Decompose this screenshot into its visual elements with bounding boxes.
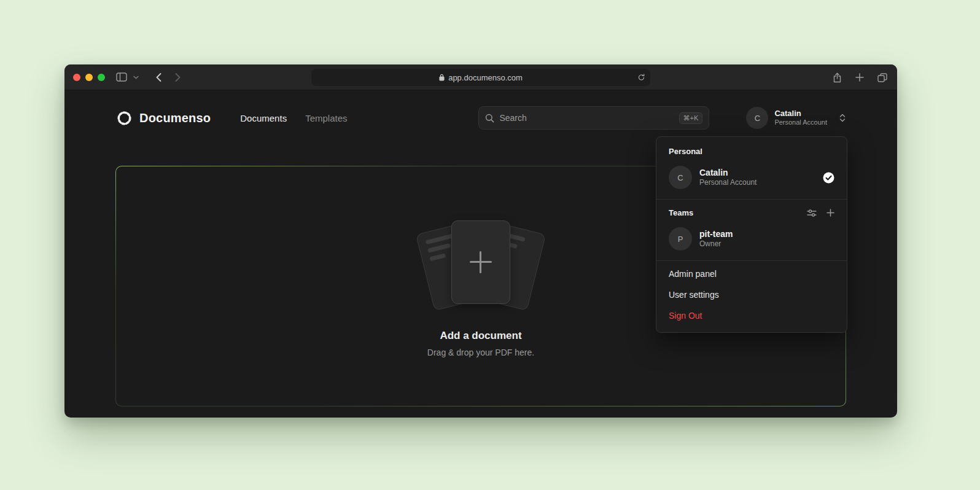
new-tab-icon[interactable]	[855, 73, 864, 82]
reload-icon[interactable]	[637, 74, 645, 82]
menu-section-teams: Teams	[656, 202, 847, 222]
account-subtitle: Personal Account	[774, 119, 827, 127]
dropzone-subtitle: Drag & drop your PDF here.	[427, 348, 534, 357]
menu-separator	[656, 199, 847, 200]
account-menu-trigger[interactable]: C Catalin Personal Account	[746, 107, 846, 129]
dropzone-title: Add a document	[440, 330, 521, 342]
menu-separator	[656, 260, 847, 261]
search-input[interactable]	[499, 113, 674, 123]
menu-item-user-settings[interactable]: User settings	[656, 284, 847, 305]
forward-button[interactable]	[175, 73, 181, 82]
menu-item-team[interactable]: P pit-team Owner	[656, 222, 847, 258]
manage-teams-icon[interactable]	[807, 209, 817, 217]
menu-item-sign-out[interactable]: Sign Out	[656, 305, 847, 329]
search-icon	[485, 114, 494, 123]
search-box: ⌘+K	[478, 106, 709, 130]
team-name: pit-team	[699, 228, 834, 239]
minimize-window-button[interactable]	[85, 74, 93, 81]
menu-section-personal: Personal	[656, 141, 847, 161]
account-name: Catalin	[774, 109, 827, 119]
lock-icon	[439, 74, 445, 81]
account-avatar: C	[746, 107, 768, 129]
team-role: Owner	[699, 239, 834, 249]
share-icon[interactable]	[833, 72, 842, 83]
main-nav: Documents Templates	[240, 113, 347, 123]
teams-label: Teams	[669, 208, 797, 217]
sidebar-toggle-icon[interactable]	[116, 72, 127, 82]
personal-avatar: C	[669, 166, 692, 189]
plus-icon	[470, 251, 492, 273]
zoom-window-button[interactable]	[98, 74, 105, 81]
url-text: app.documenso.com	[448, 73, 523, 82]
browser-window: app.documenso.com	[64, 64, 897, 418]
menu-item-personal-account[interactable]: C Catalin Personal Account	[656, 161, 847, 196]
account-menu: Personal C Catalin Personal Account Team…	[656, 136, 847, 333]
nav-templates[interactable]: Templates	[305, 113, 347, 123]
chevron-down-icon[interactable]	[133, 76, 139, 79]
menu-item-admin-panel[interactable]: Admin panel	[656, 263, 847, 284]
personal-name: Catalin	[699, 167, 815, 178]
personal-subtitle: Personal Account	[699, 178, 815, 188]
brand-logo-link[interactable]: Documenso	[116, 110, 211, 126]
chevron-up-down-icon	[839, 114, 846, 122]
nav-documents[interactable]: Documents	[240, 113, 287, 123]
close-window-button[interactable]	[73, 74, 80, 81]
search-shortcut-badge: ⌘+K	[679, 112, 703, 124]
team-avatar: P	[669, 227, 692, 251]
selected-check-icon	[823, 172, 834, 184]
brand-name: Documenso	[139, 111, 211, 125]
document-stack-illustration	[407, 216, 554, 314]
browser-titlebar: app.documenso.com	[64, 64, 897, 90]
tab-overview-icon[interactable]	[877, 73, 887, 82]
add-team-icon[interactable]	[826, 209, 834, 217]
documenso-logo-icon	[116, 110, 133, 126]
illustration-card-center	[451, 220, 510, 304]
window-controls	[73, 74, 105, 81]
back-button[interactable]	[156, 73, 161, 82]
address-bar[interactable]: app.documenso.com	[311, 69, 650, 86]
